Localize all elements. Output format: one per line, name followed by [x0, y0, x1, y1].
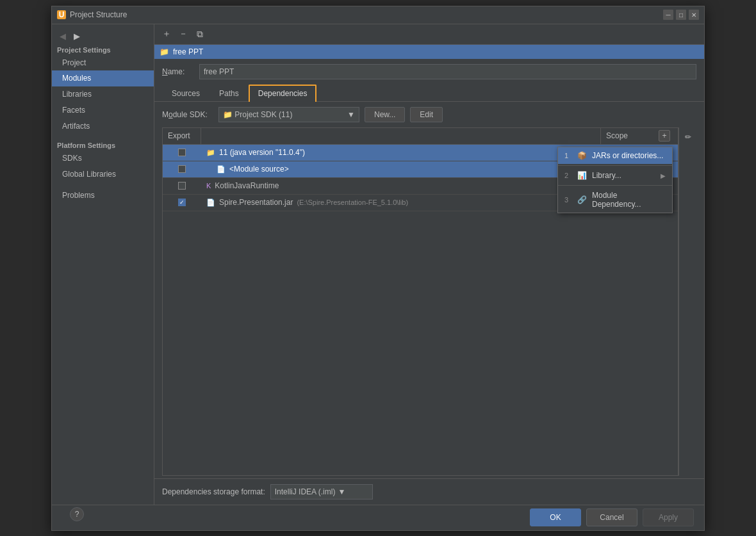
dep-table: Export Scope + 1 📦: [162, 127, 678, 476]
sdk-row: Module SDK: 📁 Project SDK (11) ▼ New... …: [154, 102, 704, 127]
name-input[interactable]: [199, 64, 696, 79]
source-icon: 📄: [217, 165, 226, 174]
name-label: Name:: [162, 67, 194, 76]
jdk-checkbox[interactable]: [178, 149, 186, 156]
copy-button[interactable]: ⧉: [193, 27, 207, 41]
side-buttons: ✏: [678, 127, 696, 476]
dropdown-item-jars[interactable]: 1 📦 JARs or directories...: [558, 147, 672, 164]
jdk-icon: 📁: [206, 149, 215, 157]
dep-table-header: Export Scope + 1 📦: [163, 128, 678, 145]
sdk-edit-button[interactable]: Edit: [410, 107, 443, 122]
minimize-button[interactable]: ─: [663, 10, 673, 20]
kotlin-icon: K: [206, 182, 211, 190]
storage-label: Dependencies storage format:: [162, 487, 265, 496]
submenu-arrow-icon: ▶: [661, 172, 666, 179]
title-bar: U Project Structure ─ □ ✕: [52, 6, 704, 24]
sidebar-item-facets[interactable]: Facets: [52, 102, 154, 118]
tab-paths[interactable]: Paths: [210, 85, 249, 102]
close-button[interactable]: ✕: [689, 10, 699, 20]
source-checkbox[interactable]: [178, 165, 186, 173]
sidebar-item-artifacts[interactable]: Artifacts: [52, 118, 154, 134]
maximize-button[interactable]: □: [676, 10, 686, 20]
col-export-header: Export: [163, 128, 201, 144]
jars-icon: 📦: [577, 151, 587, 160]
back-button[interactable]: ◀: [57, 31, 69, 42]
dropdown-item-library[interactable]: 2 📊 Library... ▶: [558, 167, 672, 184]
apply-button[interactable]: Apply: [643, 508, 694, 526]
kotlin-checkbox[interactable]: [178, 182, 186, 190]
sidebar-item-modules[interactable]: Modules: [52, 70, 154, 86]
module-list-item[interactable]: 📁 free PPT: [154, 45, 704, 59]
edit-side-button[interactable]: ✏: [681, 130, 695, 144]
sidebar-item-project[interactable]: Project: [52, 55, 154, 71]
library-icon: 📊: [577, 171, 587, 180]
toolbar: ＋ － ⧉: [154, 24, 704, 45]
add-dependency-button[interactable]: +: [659, 130, 670, 142]
tab-dependencies[interactable]: Dependencies: [249, 85, 317, 102]
tabs-container: Sources Paths Dependencies: [154, 85, 704, 102]
sidebar: ◀ ▶ Project Settings Project Modules Lib…: [52, 24, 154, 505]
bottom-area: Dependencies storage format: IntelliJ ID…: [154, 478, 704, 505]
platform-settings-label: Platform Settings: [52, 139, 154, 150]
main-content: ＋ － ⧉ 📁 free PPT Name: Sources: [154, 24, 704, 505]
sidebar-item-problems[interactable]: Problems: [52, 188, 154, 204]
sidebar-item-sdks[interactable]: SDKs: [52, 150, 154, 166]
col-name-header: [201, 128, 601, 144]
app-icon: U: [57, 10, 66, 19]
jdk-name: 11 (java version "11.0.4"): [219, 148, 305, 157]
kotlin-name: KotlinJavaRuntime: [215, 181, 279, 190]
module-name: free PPT: [173, 47, 203, 56]
dropdown-item-module-dep[interactable]: 3 🔗 Module Dependency...: [558, 187, 672, 213]
project-structure-dialog: U Project Structure ─ □ ✕ ◀ ▶ Project Se…: [51, 6, 705, 531]
dialog-footer: ? OK Cancel Apply: [52, 505, 704, 530]
ok-button[interactable]: OK: [530, 508, 581, 526]
add-dependency-dropdown: 1 📦 JARs or directories... 2 📊 Library..…: [557, 147, 673, 213]
tab-sources[interactable]: Sources: [162, 85, 210, 102]
project-settings-label: Project Settings: [52, 44, 154, 55]
window-title: Project Structure: [70, 10, 127, 19]
spire-path: (E:\Spire.Presentation-FE_5.1.0\lib): [297, 199, 408, 206]
forward-button[interactable]: ▶: [71, 31, 83, 42]
col-scope-header: Scope + 1 📦 JARs or directories...: [601, 128, 678, 144]
dialog-body: ◀ ▶ Project Settings Project Modules Lib…: [52, 24, 704, 505]
module-dep-icon: 🔗: [577, 195, 587, 204]
spire-name: Spire.Presentation.jar: [219, 198, 293, 207]
source-name: <Module source>: [229, 165, 289, 174]
storage-dropdown-icon: ▼: [338, 487, 345, 496]
sdk-new-button[interactable]: New...: [365, 107, 405, 122]
dep-table-wrapper: Export Scope + 1 📦: [162, 127, 696, 476]
remove-button[interactable]: －: [176, 27, 190, 41]
sdk-label: Module SDK:: [162, 110, 213, 119]
sidebar-item-global-libraries[interactable]: Global Libraries: [52, 166, 154, 183]
sdk-select[interactable]: 📁 Project SDK (11) ▼: [218, 107, 359, 122]
help-button[interactable]: ?: [70, 507, 84, 521]
sidebar-item-libraries[interactable]: Libraries: [52, 86, 154, 102]
add-button[interactable]: ＋: [160, 27, 174, 41]
cancel-button[interactable]: Cancel: [586, 508, 637, 526]
storage-select[interactable]: IntelliJ IDEA (.iml) ▼: [270, 484, 373, 499]
name-row: Name:: [154, 59, 704, 85]
folder-icon: 📁: [160, 47, 169, 56]
jar-icon: 📄: [206, 199, 215, 207]
spire-checkbox[interactable]: ✓: [178, 199, 186, 206]
